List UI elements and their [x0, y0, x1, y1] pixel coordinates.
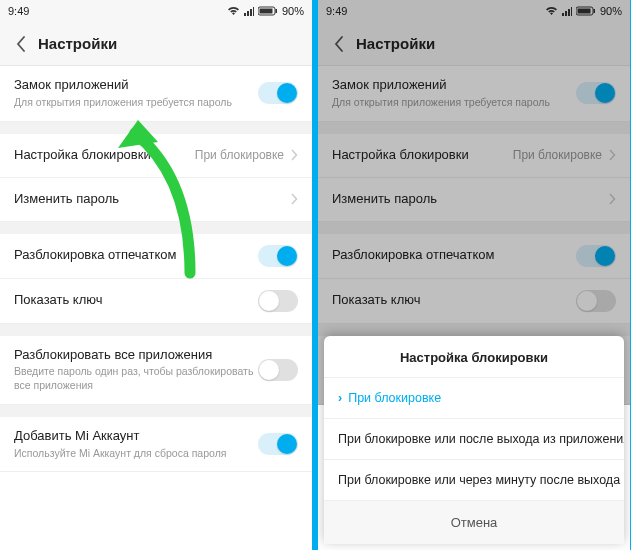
modal-title: Настройка блокировки: [324, 336, 624, 377]
row-app-lock[interactable]: Замок приложений Для открытия приложения…: [0, 66, 312, 122]
phone-screenshot-right: 9:49 90% Настройки Замок: [318, 0, 630, 550]
section-divider: [318, 122, 630, 134]
page-title: Настройки: [356, 35, 435, 52]
row-lock-setting[interactable]: Настройка блокировки При блокировке: [318, 134, 630, 178]
modal-option-on-lock-or-exit[interactable]: При блокировке или после выхода из прило…: [324, 418, 624, 459]
chevron-left-icon: [334, 36, 344, 52]
section-divider: [0, 324, 312, 336]
svg-rect-2: [275, 9, 277, 13]
row-label: Настройка блокировки: [14, 147, 195, 164]
chevron-right-icon: [608, 149, 616, 161]
section-divider: [318, 324, 630, 336]
row-label: Добавить Mi Аккаунт: [14, 428, 258, 445]
battery-percent: 90%: [282, 5, 304, 17]
svg-rect-1: [259, 9, 272, 14]
section-divider: [0, 122, 312, 134]
row-label: Разблокировать все приложения: [14, 347, 258, 364]
row-show-key[interactable]: Показать ключ: [318, 279, 630, 324]
page-title: Настройки: [38, 35, 117, 52]
signal-icon: [244, 6, 254, 16]
toggle-fingerprint[interactable]: [258, 245, 298, 267]
phone-screenshot-left: 9:49 90% Настройки Замок: [0, 0, 312, 550]
section-divider: [0, 405, 312, 417]
section-divider: [318, 222, 630, 234]
svg-rect-5: [593, 9, 595, 13]
row-label: Замок приложений: [332, 77, 576, 94]
row-label: Разблокировка отпечатком: [14, 247, 258, 264]
chevron-right-icon: [608, 193, 616, 205]
row-show-key[interactable]: Показать ключ: [0, 279, 312, 324]
row-label: Показать ключ: [332, 292, 576, 309]
row-label: Замок приложений: [14, 77, 258, 94]
chevron-right-icon: [290, 149, 298, 161]
toggle-show-key[interactable]: [576, 290, 616, 312]
toggle-unlock-all[interactable]: [258, 359, 298, 381]
row-label: Изменить пароль: [332, 191, 608, 208]
battery-icon: [258, 6, 278, 16]
wifi-icon: [545, 6, 558, 16]
app-header: Настройки: [0, 22, 312, 66]
row-mi-account[interactable]: Добавить Mi Аккаунт Используйте Mi Аккау…: [0, 417, 312, 473]
lock-setting-modal: Настройка блокировки При блокировке При …: [324, 336, 624, 544]
row-value: При блокировке: [513, 148, 602, 162]
back-button[interactable]: [4, 27, 38, 61]
battery-percent: 90%: [600, 5, 622, 17]
status-bar: 9:49 90%: [0, 0, 312, 22]
row-fingerprint[interactable]: Разблокировка отпечатком: [0, 234, 312, 279]
modal-option-on-lock[interactable]: При блокировке: [324, 377, 624, 418]
toggle-mi-account[interactable]: [258, 433, 298, 455]
row-subtitle: Для открытия приложения требуется пароль: [332, 96, 576, 110]
signal-icon: [562, 6, 572, 16]
row-unlock-all[interactable]: Разблокировать все приложения Введите па…: [0, 336, 312, 405]
toggle-app-lock[interactable]: [576, 82, 616, 104]
modal-cancel-button[interactable]: Отмена: [324, 500, 624, 544]
status-time: 9:49: [8, 5, 29, 17]
row-app-lock[interactable]: Замок приложений Для открытия приложения…: [318, 66, 630, 122]
row-label: Настройка блокировки: [332, 147, 513, 164]
back-button[interactable]: [322, 27, 356, 61]
row-subtitle: Для открытия приложения требуется пароль: [14, 96, 258, 110]
toggle-fingerprint[interactable]: [576, 245, 616, 267]
chevron-left-icon: [16, 36, 26, 52]
battery-icon: [576, 6, 596, 16]
row-value: При блокировке: [195, 148, 284, 162]
app-header: Настройки: [318, 22, 630, 66]
toggle-app-lock[interactable]: [258, 82, 298, 104]
row-fingerprint[interactable]: Разблокировка отпечатком: [318, 234, 630, 279]
status-time: 9:49: [326, 5, 347, 17]
wifi-icon: [227, 6, 240, 16]
chevron-right-icon: [290, 193, 298, 205]
row-label: Показать ключ: [14, 292, 258, 309]
row-subtitle: Введите пароль один раз, чтобы разблокир…: [14, 365, 258, 392]
status-bar: 9:49 90%: [318, 0, 630, 22]
row-label: Изменить пароль: [14, 191, 290, 208]
toggle-show-key[interactable]: [258, 290, 298, 312]
modal-option-on-lock-or-minute[interactable]: При блокировке или через минуту после вы…: [324, 459, 624, 500]
row-change-password[interactable]: Изменить пароль: [0, 178, 312, 222]
row-subtitle: Используйте Mi Аккаунт для сброса пароля: [14, 447, 258, 461]
row-lock-setting[interactable]: Настройка блокировки При блокировке: [0, 134, 312, 178]
row-change-password[interactable]: Изменить пароль: [318, 178, 630, 222]
svg-rect-4: [577, 9, 590, 14]
row-label: Разблокировка отпечатком: [332, 247, 576, 264]
section-divider: [0, 222, 312, 234]
